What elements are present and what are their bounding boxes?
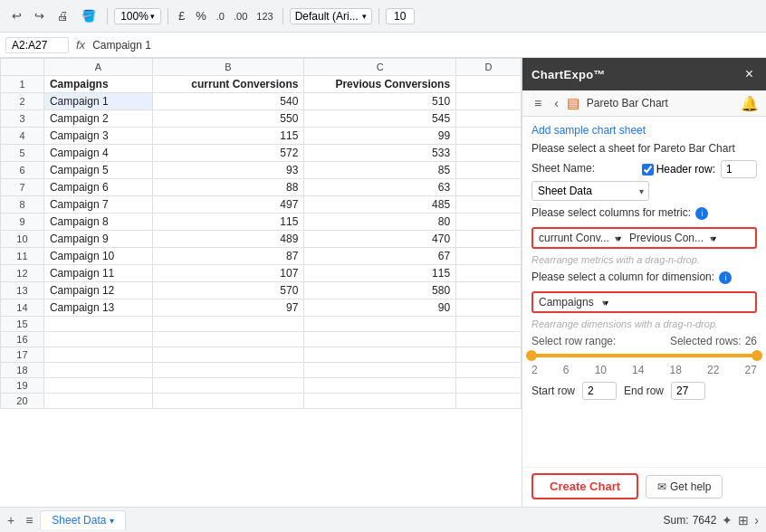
cell-15-b[interactable] xyxy=(152,317,304,332)
cell-18-c[interactable] xyxy=(304,363,456,378)
explore-button[interactable]: ✦ xyxy=(722,513,732,527)
metric-info-icon[interactable]: i xyxy=(695,207,708,220)
cell-11-b[interactable]: 87 xyxy=(152,248,304,265)
percent-button[interactable]: % xyxy=(192,7,210,24)
cell-9-b[interactable]: 115 xyxy=(152,214,304,231)
undo-button[interactable]: ↩ xyxy=(7,6,26,25)
cell-6-d[interactable] xyxy=(456,162,522,179)
cell-3-b[interactable]: 550 xyxy=(152,110,304,128)
format-paint-button[interactable]: 🪣 xyxy=(77,6,101,25)
cell-6-b[interactable]: 93 xyxy=(152,162,304,179)
cell-7-c[interactable]: 63 xyxy=(304,179,456,196)
get-help-button[interactable]: ✉ Get help xyxy=(646,475,723,499)
cell-2-a[interactable]: Campaign 1 xyxy=(43,93,152,110)
start-row-input[interactable] xyxy=(582,382,617,400)
cell-5-a[interactable]: Campaign 4 xyxy=(43,145,152,162)
format-number-button[interactable]: 123 xyxy=(254,9,275,24)
cell-10-c[interactable]: 470 xyxy=(304,231,456,248)
table-row[interactable]: 2Campaign 1540510 xyxy=(1,93,522,110)
cell-20-b[interactable] xyxy=(152,394,304,409)
cell-20-c[interactable] xyxy=(304,394,456,409)
panel-menu-button[interactable]: ≡ xyxy=(530,94,546,112)
cell-8-c[interactable]: 485 xyxy=(304,196,456,214)
cell-13-b[interactable]: 570 xyxy=(152,282,304,299)
table-row[interactable]: 15 xyxy=(1,317,522,332)
cell-13-c[interactable]: 580 xyxy=(304,282,456,299)
cell-20-d[interactable] xyxy=(456,394,522,409)
cell-3-d[interactable] xyxy=(456,110,522,128)
cell-7-d[interactable] xyxy=(456,179,522,196)
cell-1-d[interactable] xyxy=(456,76,522,93)
zoom-selector[interactable]: 100% ▾ xyxy=(114,8,161,24)
cell-10-d[interactable] xyxy=(456,231,522,248)
add-sample-link[interactable]: Add sample chart sheet xyxy=(531,124,757,137)
cell-9-d[interactable] xyxy=(456,214,522,231)
create-chart-button[interactable]: Create Chart xyxy=(531,473,638,499)
cell-13-a[interactable]: Campaign 12 xyxy=(43,282,152,299)
cell-9-a[interactable]: Campaign 8 xyxy=(43,214,152,231)
table-row[interactable]: 6Campaign 59385 xyxy=(1,162,522,179)
slider-thumb-left[interactable] xyxy=(526,350,537,361)
font-size-selector[interactable]: 10 xyxy=(386,8,415,24)
cell-14-a[interactable]: Campaign 13 xyxy=(43,299,152,317)
panel-close-button[interactable]: × xyxy=(742,66,757,82)
cell-15-d[interactable] xyxy=(456,317,522,332)
cell-18-d[interactable] xyxy=(456,363,522,378)
metric-select-1[interactable]: currunt Conv... xyxy=(539,232,624,244)
slider-wrap[interactable] xyxy=(531,349,757,362)
cell-2-c[interactable]: 510 xyxy=(304,93,456,110)
table-row[interactable]: 10Campaign 9489470 xyxy=(1,231,522,248)
cell-18-b[interactable] xyxy=(152,363,304,378)
table-row[interactable]: 18 xyxy=(1,363,522,378)
cell-12-a[interactable]: Campaign 11 xyxy=(43,265,152,282)
table-row[interactable]: 19 xyxy=(1,378,522,394)
currency-button[interactable]: £ xyxy=(175,7,188,24)
cell-4-c[interactable]: 99 xyxy=(304,128,456,145)
table-row[interactable]: 13Campaign 12570580 xyxy=(1,282,522,299)
cell-3-c[interactable]: 545 xyxy=(304,110,456,128)
cell-4-a[interactable]: Campaign 3 xyxy=(43,128,152,145)
sheet-menu-button[interactable]: ≡ xyxy=(22,511,36,529)
sheets-icon-button[interactable]: ⊞ xyxy=(738,513,749,527)
table-row[interactable]: 3Campaign 2550545 xyxy=(1,110,522,128)
table-row[interactable]: 12Campaign 11107115 xyxy=(1,265,522,282)
table-row[interactable]: 4Campaign 311599 xyxy=(1,128,522,145)
cell-18-a[interactable] xyxy=(43,363,152,378)
cell-7-a[interactable]: Campaign 6 xyxy=(43,179,152,196)
cell-15-a[interactable] xyxy=(43,317,152,332)
end-row-input[interactable] xyxy=(671,382,705,400)
cell-12-b[interactable]: 107 xyxy=(152,265,304,282)
scroll-right-button[interactable]: › xyxy=(754,513,759,527)
cell-8-a[interactable]: Campaign 7 xyxy=(43,196,152,214)
cell-10-b[interactable]: 489 xyxy=(152,231,304,248)
cell-11-c[interactable]: 67 xyxy=(304,248,456,265)
cell-5-b[interactable]: 572 xyxy=(152,145,304,162)
print-button[interactable]: 🖨 xyxy=(53,6,73,25)
cell-20-a[interactable] xyxy=(43,394,152,409)
table-row[interactable]: 20 xyxy=(1,394,522,409)
slider-thumb-right[interactable] xyxy=(752,350,762,361)
cell-reference[interactable]: A2:A27 xyxy=(5,37,69,53)
sheet-table-wrap[interactable]: A B C D 1Campaignscurrunt ConversionsPre… xyxy=(0,58,522,507)
cell-11-a[interactable]: Campaign 10 xyxy=(43,248,152,265)
cell-17-d[interactable] xyxy=(456,347,522,363)
metric-select-2[interactable]: Previous Con... xyxy=(629,232,719,244)
cell-7-b[interactable]: 88 xyxy=(152,179,304,196)
cell-16-a[interactable] xyxy=(43,332,152,347)
cell-4-b[interactable]: 115 xyxy=(152,128,304,145)
cell-17-a[interactable] xyxy=(43,347,152,363)
add-sheet-button[interactable]: + xyxy=(4,511,18,529)
cell-17-c[interactable] xyxy=(304,347,456,363)
table-row[interactable]: 9Campaign 811580 xyxy=(1,214,522,231)
cell-12-c[interactable]: 115 xyxy=(304,265,456,282)
cell-16-b[interactable] xyxy=(152,332,304,347)
dimension-info-icon[interactable]: i xyxy=(719,271,732,284)
cell-16-c[interactable] xyxy=(304,332,456,347)
table-row[interactable]: 1Campaignscurrunt ConversionsPrevious Co… xyxy=(1,76,522,93)
cell-14-b[interactable]: 97 xyxy=(152,299,304,317)
cell-5-c[interactable]: 533 xyxy=(304,145,456,162)
cell-2-b[interactable]: 540 xyxy=(152,93,304,110)
table-row[interactable]: 8Campaign 7497485 xyxy=(1,196,522,214)
sheet-tab-sheet-data[interactable]: Sheet Data ▾ xyxy=(40,510,126,529)
cell-9-c[interactable]: 80 xyxy=(304,214,456,231)
